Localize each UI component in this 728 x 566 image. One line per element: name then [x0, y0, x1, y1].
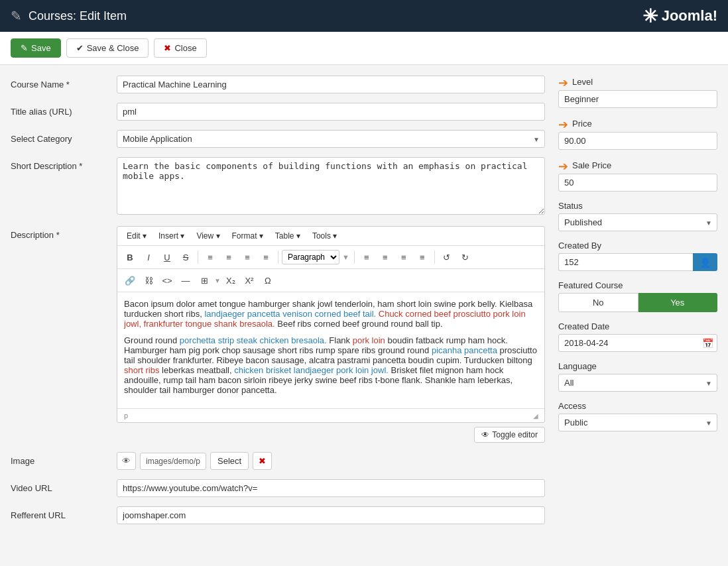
- image-preview-button[interactable]: 👁: [117, 452, 136, 470]
- indent-decrease-button[interactable]: ≡: [395, 249, 412, 266]
- hr-button[interactable]: —: [177, 272, 194, 289]
- course-name-row: Course Name *: [11, 76, 545, 93]
- refferent-url-input[interactable]: [117, 506, 545, 524]
- created-by-label: Created By: [558, 241, 717, 251]
- edit-icon: ✎: [11, 8, 22, 24]
- level-group: ➔ Level: [558, 76, 717, 108]
- refferent-url-label: Refferent URL: [11, 506, 117, 520]
- editor-menu-insert[interactable]: Insert ▾: [153, 229, 190, 243]
- indent-increase-button[interactable]: ≡: [414, 249, 431, 266]
- undo-button[interactable]: ↺: [438, 249, 455, 266]
- align-justify-button[interactable]: ≡: [257, 249, 274, 266]
- description-label: Description *: [11, 226, 117, 240]
- status-group: Status Published Unpublished Archived ▼: [558, 201, 717, 231]
- sale-price-input[interactable]: [558, 174, 717, 192]
- resize-handle[interactable]: ◢: [531, 412, 540, 420]
- subscript-button[interactable]: X₂: [222, 272, 239, 289]
- redo-button[interactable]: ↻: [457, 249, 474, 266]
- sale-price-group: ➔ Sale Price: [558, 159, 717, 192]
- created-date-wrap: 📅: [558, 334, 717, 352]
- sale-price-arrow-icon: ➔: [558, 159, 568, 174]
- code-button[interactable]: <>: [158, 272, 176, 289]
- select-category-label: Select Category: [11, 130, 117, 144]
- video-url-input[interactable]: [117, 479, 545, 497]
- close-button[interactable]: ✖ Close: [154, 38, 206, 58]
- status-label: Status: [558, 201, 717, 211]
- short-description-row: Short Description * Learn the basic comp…: [11, 157, 545, 217]
- featured-group: Featured Course No Yes: [558, 280, 717, 312]
- created-by-group: Created By 👤: [558, 241, 717, 271]
- close-icon: ✖: [164, 43, 171, 53]
- editor-container: Edit ▾ Insert ▾ View ▾ Format ▾ Table ▾ …: [117, 226, 545, 423]
- editor-menu-view[interactable]: View ▾: [191, 229, 225, 243]
- created-date-input[interactable]: [558, 334, 717, 352]
- title-alias-input[interactable]: [117, 103, 545, 121]
- editor-paragraph-1: Bacon ipsum dolor amet tongue hamburger …: [124, 299, 538, 329]
- eye-icon: 👁: [481, 430, 489, 439]
- editor-menu-tools[interactable]: Tools ▾: [307, 229, 342, 243]
- ol-button[interactable]: ≡: [377, 249, 394, 266]
- ul-button[interactable]: ≡: [358, 249, 375, 266]
- editor-menu-edit[interactable]: Edit ▾: [121, 229, 152, 243]
- italic-button[interactable]: I: [140, 249, 157, 266]
- save-icon: ✎: [21, 43, 28, 53]
- align-center-button[interactable]: ≡: [220, 249, 237, 266]
- save-close-button[interactable]: ✔ Save & Close: [66, 38, 149, 58]
- image-select-button[interactable]: Select: [210, 452, 249, 470]
- separator-1: [198, 251, 198, 264]
- language-select[interactable]: All English: [558, 374, 717, 392]
- toggle-editor-button[interactable]: 👁 Toggle editor: [474, 427, 545, 443]
- underline-button[interactable]: U: [158, 249, 176, 266]
- save-button[interactable]: ✎ Save: [11, 38, 61, 58]
- access-label: Access: [558, 401, 717, 411]
- created-by-input[interactable]: [558, 253, 693, 271]
- language-group: Language All English ▼: [558, 361, 717, 392]
- featured-yes-button[interactable]: Yes: [638, 293, 718, 312]
- image-row: Image 👁 images/demo/p Select ✖: [11, 452, 545, 470]
- strikethrough-button[interactable]: S: [177, 249, 194, 266]
- featured-no-button[interactable]: No: [558, 293, 638, 312]
- superscript-button[interactable]: X²: [241, 272, 258, 289]
- editor-menu-table[interactable]: Table ▾: [270, 229, 306, 243]
- select-category-dropdown[interactable]: Mobile Application Web Development Data …: [117, 130, 545, 148]
- status-select-wrap: Published Unpublished Archived ▼: [558, 213, 717, 231]
- video-url-row: Video URL: [11, 479, 545, 497]
- page-title: Courses: Edit Item: [29, 9, 127, 23]
- image-field: 👁 images/demo/p Select ✖: [117, 452, 272, 470]
- access-select[interactable]: Public Registered Special: [558, 414, 717, 431]
- joomla-flame-icon: ✳: [642, 5, 658, 27]
- level-label: Level: [572, 77, 593, 87]
- editor-menubar: Edit ▾ Insert ▾ View ▾ Format ▾ Table ▾ …: [117, 227, 544, 246]
- align-right-button[interactable]: ≡: [239, 249, 256, 266]
- joomla-text: Joomla!: [662, 7, 717, 25]
- user-picker-button[interactable]: 👤: [693, 253, 717, 271]
- video-url-label: Video URL: [11, 479, 117, 493]
- separator-3: [354, 251, 355, 264]
- select-category-row: Select Category Mobile Application Web D…: [11, 130, 545, 148]
- editor-body[interactable]: Bacon ipsum dolor amet tongue hamburger …: [117, 292, 544, 408]
- left-panel: Course Name * Title alias (URL) Select C…: [11, 76, 545, 534]
- align-left-button[interactable]: ≡: [202, 249, 219, 266]
- level-input[interactable]: [558, 90, 717, 108]
- special-chars-button[interactable]: Ω: [259, 272, 276, 289]
- unlink-button[interactable]: ⛓: [140, 272, 157, 289]
- language-select-wrap: All English ▼: [558, 374, 717, 392]
- image-clear-button[interactable]: ✖: [253, 452, 272, 470]
- short-description-textarea[interactable]: Learn the basic components of building f…: [117, 157, 545, 215]
- created-date-group: Created Date 📅: [558, 321, 717, 352]
- course-name-input[interactable]: [117, 76, 545, 93]
- editor-menu-format[interactable]: Format ▾: [227, 229, 269, 243]
- price-input[interactable]: [558, 132, 717, 150]
- bold-button[interactable]: B: [121, 249, 139, 266]
- editor-toolbar-2: 🔗 ⛓ <> — ⊞ ▼ X₂ X² Ω: [117, 269, 544, 292]
- price-label: Price: [572, 119, 592, 129]
- status-select[interactable]: Published Unpublished Archived: [558, 213, 717, 231]
- paragraph-select[interactable]: Paragraph Heading 1 Heading 2: [282, 250, 339, 264]
- calendar-icon[interactable]: 📅: [702, 338, 713, 349]
- title-alias-label: Title alias (URL): [11, 103, 117, 117]
- table-insert-button[interactable]: ⊞: [196, 272, 213, 289]
- link-button[interactable]: 🔗: [121, 272, 139, 289]
- short-description-label: Short Description *: [11, 157, 117, 171]
- separator-4: [434, 251, 435, 264]
- joomla-logo: ✳ Joomla!: [642, 5, 717, 27]
